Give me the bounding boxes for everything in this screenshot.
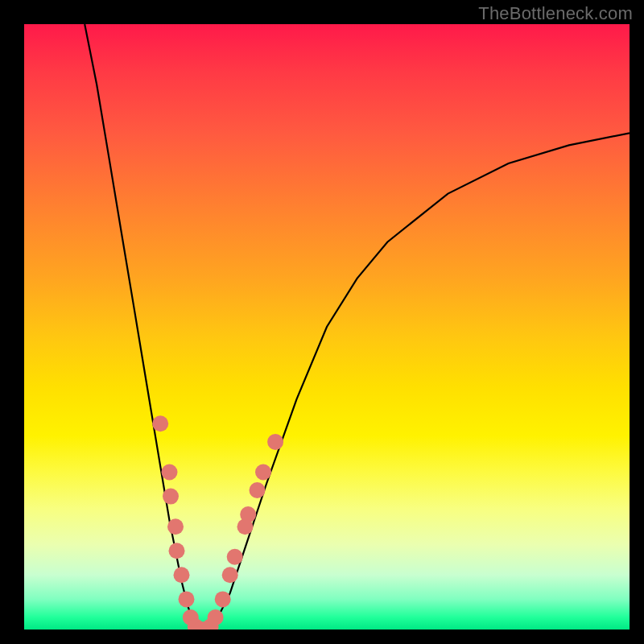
marker-dot	[152, 415, 168, 431]
marker-dot	[250, 482, 266, 498]
marker-dot	[240, 506, 256, 522]
marker-dot	[167, 518, 184, 535]
marker-dot	[169, 543, 185, 559]
curve-layer	[24, 24, 630, 630]
marker-cluster	[152, 415, 283, 630]
marker-dot	[174, 567, 190, 583]
plot-area	[24, 24, 630, 630]
marker-dot	[163, 489, 179, 505]
marker-dot	[215, 591, 231, 607]
marker-dot	[222, 567, 238, 583]
marker-dot	[227, 549, 243, 565]
bottleneck-curve	[85, 24, 630, 630]
chart-frame: TheBottleneck.com	[0, 0, 644, 644]
marker-dot	[179, 591, 195, 607]
watermark-text: TheBottleneck.com	[478, 3, 633, 24]
marker-dot	[208, 609, 224, 625]
marker-dot	[267, 434, 283, 450]
marker-dot	[255, 464, 271, 481]
marker-dot	[162, 464, 178, 481]
